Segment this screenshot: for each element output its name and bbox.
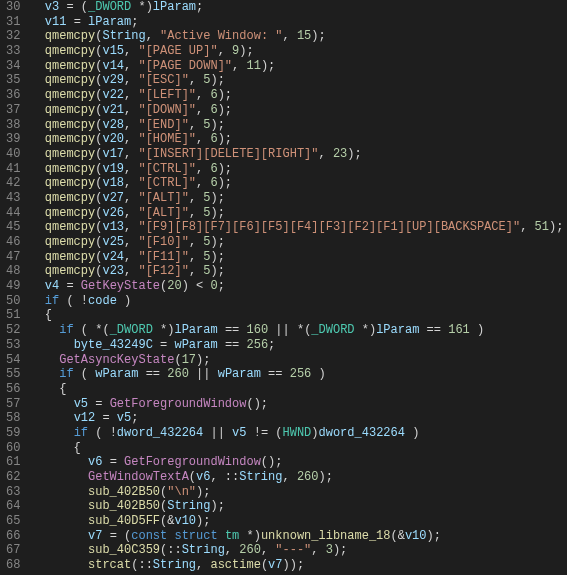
- code-line[interactable]: qmemcpy(v29, "[ESC]", 5);: [30, 73, 563, 88]
- token-op: [30, 323, 59, 337]
- code-line[interactable]: {: [30, 382, 563, 397]
- token-op: );: [261, 59, 275, 73]
- token-va: v6: [196, 470, 210, 484]
- code-line[interactable]: qmemcpy(v26, "[ALT]", 5);: [30, 206, 563, 221]
- code-line[interactable]: qmemcpy(v21, "[DOWN]", 6);: [30, 103, 563, 118]
- token-va: v24: [102, 250, 124, 264]
- code-line[interactable]: if ( *(_DWORD *)lParam == 160 || *(_DWOR…: [30, 323, 563, 338]
- token-fn: qmemcpy: [45, 220, 95, 234]
- token-st: "[F10]": [138, 235, 188, 249]
- token-op: ,: [282, 470, 296, 484]
- token-va: v13: [102, 220, 124, 234]
- token-op: );: [333, 543, 347, 557]
- token-op: [30, 264, 44, 278]
- code-line[interactable]: byte_43249C = wParam == 256;: [30, 338, 563, 353]
- token-ty: _DWORD: [311, 323, 354, 337]
- token-op: =: [74, 15, 81, 29]
- token-fn: sub_40C359: [88, 543, 160, 557]
- token-op: ,: [124, 73, 138, 87]
- code-line[interactable]: {: [30, 308, 563, 323]
- code-line[interactable]: if ( !code ): [30, 294, 563, 309]
- token-op: ,: [189, 73, 203, 87]
- token-va: v19: [102, 162, 124, 176]
- token-op: !=: [254, 426, 268, 440]
- line-number: 52: [6, 323, 20, 338]
- token-op: ,: [124, 176, 138, 190]
- code-line[interactable]: sub_402B50("\n");: [30, 485, 563, 500]
- token-op: ==: [225, 323, 239, 337]
- code-line[interactable]: v4 = GetKeyState(20) < 0;: [30, 279, 563, 294]
- token-va: dword_432264: [319, 426, 405, 440]
- token-va: v7: [88, 529, 102, 543]
- code-line[interactable]: qmemcpy(v17, "[INSERT][DELETE][RIGHT]", …: [30, 147, 563, 162]
- code-line[interactable]: sub_40D5FF(&v10);: [30, 514, 563, 529]
- token-op: *: [138, 0, 145, 14]
- code-editor[interactable]: 3031323334353637383940414243444546474849…: [0, 0, 567, 573]
- token-op: ,: [124, 264, 138, 278]
- code-line[interactable]: v7 = (const struct tm *)unknown_libname_…: [30, 529, 563, 544]
- code-line[interactable]: sub_402B50(String);: [30, 499, 563, 514]
- code-line[interactable]: qmemcpy(v14, "[PAGE DOWN]", 11);: [30, 59, 563, 74]
- token-va: v5: [74, 397, 88, 411]
- code-line[interactable]: if ( !dword_432264 || v5 != (HWND)dword_…: [30, 426, 563, 441]
- line-number: 55: [6, 367, 20, 382]
- line-number: 34: [6, 59, 20, 74]
- token-op: ));: [283, 558, 305, 572]
- code-line[interactable]: if ( wParam == 260 || wParam == 256 ): [30, 367, 563, 382]
- token-op: [218, 323, 225, 337]
- token-op: (: [102, 323, 109, 337]
- code-body[interactable]: v3 = (_DWORD *)lParam; v11 = lParam; qme…: [30, 0, 567, 573]
- token-op: ): [254, 529, 261, 543]
- code-line[interactable]: qmemcpy(v27, "[ALT]", 5);: [30, 191, 563, 206]
- code-line[interactable]: v12 = v5;: [30, 411, 563, 426]
- line-number: 51: [6, 308, 20, 323]
- code-line[interactable]: strcat(::String, asctime(v7));: [30, 558, 563, 573]
- token-op: [30, 397, 73, 411]
- code-line[interactable]: qmemcpy(v13, "[F9][F8][F7][F6][F5][F4][F…: [30, 220, 563, 235]
- code-line[interactable]: qmemcpy(v18, "[CTRL]", 6);: [30, 176, 563, 191]
- code-line[interactable]: qmemcpy(v15, "[PAGE UP]", 9);: [30, 44, 563, 59]
- token-op: );: [210, 264, 224, 278]
- token-fn: qmemcpy: [45, 29, 95, 43]
- line-number: 32: [6, 29, 20, 44]
- token-nu: 6: [210, 176, 217, 190]
- line-number: 47: [6, 250, 20, 265]
- code-line[interactable]: qmemcpy(v22, "[LEFT]", 6);: [30, 88, 563, 103]
- code-line[interactable]: v6 = GetForegroundWindow();: [30, 455, 563, 470]
- token-op: ,: [124, 44, 138, 58]
- token-fn: qmemcpy: [45, 73, 95, 87]
- token-op: ,: [282, 29, 296, 43]
- code-line[interactable]: v11 = lParam;: [30, 15, 563, 30]
- token-op: [153, 323, 160, 337]
- code-line[interactable]: qmemcpy(v24, "[F11]", 5);: [30, 250, 563, 265]
- code-line[interactable]: GetAsyncKeyState(17);: [30, 353, 563, 368]
- code-line[interactable]: v3 = (_DWORD *)lParam;: [30, 0, 563, 15]
- token-nu: 11: [246, 59, 260, 73]
- token-nu: 23: [333, 147, 347, 161]
- token-op: ,: [124, 191, 138, 205]
- code-line[interactable]: qmemcpy(v23, "[F12]", 5);: [30, 264, 563, 279]
- token-op: );: [196, 514, 210, 528]
- token-st: "[ESC]": [138, 73, 188, 87]
- code-line[interactable]: GetWindowTextA(v6, ::String, 260);: [30, 470, 563, 485]
- token-op: (: [261, 558, 268, 572]
- token-nu: 260: [297, 470, 319, 484]
- code-line[interactable]: qmemcpy(v25, "[F10]", 5);: [30, 235, 563, 250]
- line-number: 58: [6, 411, 20, 426]
- code-line[interactable]: qmemcpy(v19, "[CTRL]", 6);: [30, 162, 563, 177]
- token-va: lParam: [153, 0, 196, 14]
- token-op: [138, 367, 145, 381]
- token-op: [30, 15, 44, 29]
- token-st: "---": [275, 543, 311, 557]
- code-line[interactable]: qmemcpy(String, "Active Window: ", 15);: [30, 29, 563, 44]
- token-op: [81, 15, 88, 29]
- token-op: ::: [138, 558, 152, 572]
- token-op: ::: [225, 470, 239, 484]
- code-line[interactable]: {: [30, 441, 563, 456]
- token-op: [30, 206, 44, 220]
- code-line[interactable]: qmemcpy(v28, "[END]", 5);: [30, 118, 563, 133]
- token-op: );: [218, 162, 232, 176]
- code-line[interactable]: v5 = GetForegroundWindow();: [30, 397, 563, 412]
- code-line[interactable]: sub_40C359(::String, 260, "---", 3);: [30, 543, 563, 558]
- code-line[interactable]: qmemcpy(v20, "[HOME]", 6);: [30, 132, 563, 147]
